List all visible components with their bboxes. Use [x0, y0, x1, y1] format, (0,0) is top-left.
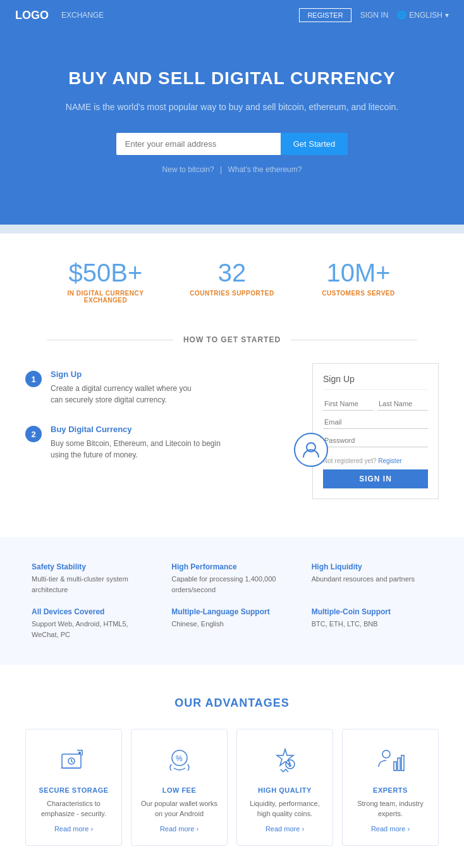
secure-storage-icon [35, 742, 113, 780]
section-title-row: HOW TO GET STARTED [25, 335, 439, 344]
navbar-right: REGISTER SIGN IN 🌐 ENGLISH ▾ [299, 8, 449, 22]
new-to-bitcoin-link[interactable]: New to bitcoin? [162, 165, 214, 174]
lang-label: ENGLISH [409, 11, 443, 20]
step-2: 2 Buy Digital Currency Buy some Bitcoin,… [25, 425, 287, 461]
how-section-title: HOW TO GET STARTED [183, 335, 281, 344]
hero-subtitle: NAME is the world's most popular way to … [13, 100, 451, 114]
logo: LOGO [15, 9, 49, 22]
feature-language-desc: Chinese, English [171, 619, 292, 629]
svg-point-3 [78, 752, 81, 754]
stat-customers-number: 10M+ [295, 259, 422, 287]
adv-card-fee: % LOW FEE Our popular wallet works on yo… [131, 729, 228, 846]
navbar-left: LOGO EXCHANGE [15, 9, 104, 22]
stat-currency: $50B+ IN DIGITAL CURRENCYEXCHANGED [42, 259, 169, 304]
advantages-cards: SECURE STORAGE Characteristics to emphas… [25, 729, 439, 846]
signin-card: Sign Up Not registered yet? Register SIG… [312, 363, 439, 499]
feature-performance: High Performance Capable for processing … [171, 562, 292, 595]
how-section: HOW TO GET STARTED 1 Sign Up Create a di… [0, 323, 464, 537]
feature-language: Multiple-Language Support Chinese, Engli… [171, 607, 292, 640]
experts-icon [351, 742, 429, 780]
feature-coin-desc: BTC, ETH, LTC, BNB [312, 619, 432, 629]
feature-language-title: Multiple-Language Support [171, 607, 292, 616]
hero-band [0, 225, 464, 233]
step-1-desc: Create a digital currency wallet where y… [51, 383, 192, 406]
link-separator: | [220, 165, 224, 174]
feature-performance-title: High Performance [171, 562, 292, 571]
adv-experts-desc: Strong team, industry experts. [351, 799, 429, 819]
not-registered-text: Not registered yet? [323, 457, 377, 464]
low-fee-icon: % [140, 742, 218, 780]
step-1: 1 Sign Up Create a digital currency wall… [25, 369, 287, 406]
card-not-registered: Not registered yet? Register [323, 457, 428, 464]
feature-safety-title: Safety Stability [32, 562, 152, 571]
left-divider [47, 340, 173, 340]
card-signin-button[interactable]: SIGN IN [323, 469, 428, 488]
get-started-button[interactable]: Get Started [281, 133, 348, 155]
svg-rect-10 [394, 762, 396, 771]
card-password-input[interactable] [323, 434, 428, 447]
feature-liquidity-desc: Abundant resources and partners [312, 574, 432, 585]
card-firstname-input[interactable] [323, 397, 374, 411]
hero-links: New to bitcoin? | What's the ethereum? [13, 165, 451, 174]
whats-ethereum-link[interactable]: What's the ethereum? [228, 165, 302, 174]
advantages-section: OUR ADVANTAGES SECURE STORAGE Characteri… [0, 665, 464, 868]
register-button[interactable]: REGISTER [299, 8, 351, 22]
feature-devices-desc: Support Web, Android, HTML5, WeChat, PC [32, 619, 152, 640]
email-input[interactable] [116, 133, 281, 155]
card-register-link[interactable]: Register [378, 457, 401, 464]
nav-exchange-link[interactable]: EXCHANGE [61, 11, 104, 20]
stat-currency-label: IN DIGITAL CURRENCYEXCHANGED [42, 290, 169, 304]
svg-rect-12 [401, 755, 404, 771]
hero-section: BUY AND SELL DIGITAL CURRENCY NAME is th… [0, 30, 464, 225]
adv-card-storage: SECURE STORAGE Characteristics to emphas… [25, 729, 122, 846]
adv-fee-readmore[interactable]: Read more › [140, 825, 218, 833]
card-name-row [323, 397, 428, 411]
svg-text:$: $ [288, 762, 291, 768]
stat-countries-label: COUNTRIES SUPPORTED [169, 290, 295, 297]
feature-liquidity: High Liquidity Abundant resources and pa… [312, 562, 432, 595]
feature-devices-title: All Devices Covered [32, 607, 152, 616]
stat-currency-number: $50B+ [42, 259, 169, 287]
language-selector[interactable]: 🌐 ENGLISH ▾ [397, 11, 449, 20]
hero-form: Get Started [13, 133, 451, 155]
step-2-desc: Buy some Bitcoin, Ethereum, and Litecoin… [51, 438, 221, 461]
card-email-input[interactable] [323, 416, 428, 429]
signin-link[interactable]: SIGN IN [360, 11, 389, 20]
card-lastname-input[interactable] [377, 397, 428, 411]
step-1-content: Sign Up Create a digital currency wallet… [51, 369, 192, 406]
features-section: Safety Stability Multi-tier & multi-clus… [0, 537, 464, 665]
right-divider [291, 340, 417, 340]
step-1-num: 1 [25, 371, 42, 387]
card-avatar [294, 433, 328, 467]
adv-fee-desc: Our popular wallet works on your Android [140, 799, 218, 819]
step-2-num: 2 [25, 426, 42, 442]
step-1-title: Sign Up [51, 369, 192, 379]
hero-title: BUY AND SELL DIGITAL CURRENCY [13, 68, 451, 89]
advantages-title: OUR ADVANTAGES [25, 697, 439, 710]
features-grid: Safety Stability Multi-tier & multi-clus… [32, 562, 432, 640]
stat-countries: 32 COUNTRIES SUPPORTED [169, 259, 295, 304]
chevron-down-icon: ▾ [445, 11, 449, 20]
svg-text:%: % [176, 754, 183, 763]
stat-customers-label: CUSTOMERS SERVED [295, 290, 422, 297]
adv-quality-desc: Liquidity, performance, high quality coi… [246, 799, 324, 819]
how-steps: 1 Sign Up Create a digital currency wall… [25, 363, 287, 480]
stats-section: $50B+ IN DIGITAL CURRENCYEXCHANGED 32 CO… [0, 233, 464, 323]
adv-fee-title: LOW FEE [140, 786, 218, 794]
feature-liquidity-title: High Liquidity [312, 562, 432, 571]
feature-devices: All Devices Covered Support Web, Android… [32, 607, 152, 640]
feature-performance-desc: Capable for processing 1,400,000 orders/… [171, 574, 292, 595]
stat-countries-number: 32 [169, 259, 295, 287]
feature-safety-desc: Multi-tier & multi-cluster system archit… [32, 574, 152, 595]
adv-card-experts: EXPERTS Strong team, industry experts. R… [342, 729, 439, 846]
navbar: LOGO EXCHANGE REGISTER SIGN IN 🌐 ENGLISH… [0, 0, 464, 30]
adv-quality-readmore[interactable]: Read more › [246, 825, 324, 833]
stat-customers: 10M+ CUSTOMERS SERVED [295, 259, 422, 304]
card-title: Sign Up [323, 374, 428, 390]
adv-card-quality: $ HIGH QUALITY Liquidity, performance, h… [236, 729, 333, 846]
step-2-title: Buy Digital Currency [51, 425, 221, 434]
adv-experts-readmore[interactable]: Read more › [351, 825, 429, 833]
high-quality-icon: $ [246, 742, 324, 780]
adv-storage-readmore[interactable]: Read more › [35, 825, 113, 833]
step-2-content: Buy Digital Currency Buy some Bitcoin, E… [51, 425, 221, 461]
